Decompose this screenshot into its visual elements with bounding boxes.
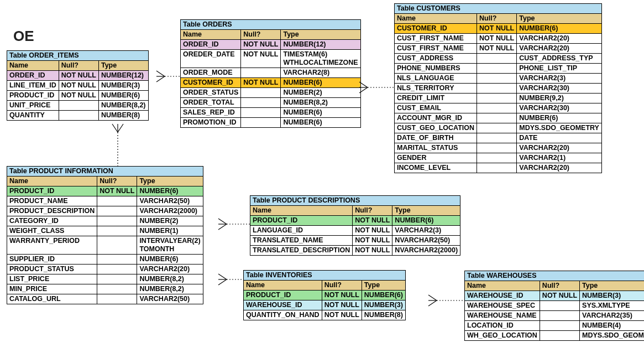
column-row: NLS_TERRITORYVARCHAR2(30) [395, 84, 602, 94]
column-type: NUMBER(3) [580, 291, 644, 301]
column-name: PRODUCT_NAME [7, 196, 97, 206]
svg-line-22 [428, 300, 437, 306]
column-name: PRODUCT_ID [7, 186, 97, 196]
column-type: CUST_ADDRESS_TYP [517, 54, 602, 64]
column-row: CUSTOMER_IDNOT NULLNUMBER(6) [395, 24, 602, 34]
column-row: QUANTITY_ON_HANDNOT NULLNUMBER(8) [244, 310, 406, 320]
svg-line-16 [218, 274, 227, 279]
column-row: WAREHOUSE_SPECSYS.XMLTYPE [465, 301, 645, 311]
column-name: DATE_OF_BIRTH [395, 133, 477, 143]
svg-line-18 [218, 279, 227, 285]
table-title: Table ORDER_ITEMS [7, 51, 149, 61]
column-row: CATALOG_URLVARCHAR2(50) [7, 294, 203, 304]
column-null: NOT NULL [477, 44, 517, 54]
column-type: PHONE_LIST_TIP [517, 64, 602, 74]
column-row: PRODUCT_IDNOT NULLNUMBER(6) [7, 91, 149, 101]
svg-line-20 [428, 295, 437, 300]
table-title: Table ORDERS [181, 20, 361, 30]
table-title: Table PRODUCT DESCRIPTIONS [250, 196, 460, 206]
column-null [59, 101, 98, 111]
column-type: NUMBER(8,2) [137, 284, 203, 294]
col-header: Null? [322, 281, 362, 291]
column-row: PRODUCT_NAMEVARCHAR2(50) [7, 196, 203, 206]
column-row: TRANSLATED_DESCRIPTIONNOT NULLNVARCHAR2(… [250, 246, 460, 256]
column-name: PRODUCT_STATUS [7, 265, 97, 274]
table-title: Table CUSTOMERS [395, 4, 602, 14]
svg-line-8 [112, 124, 118, 132]
column-name: ORDER_MODE [181, 68, 241, 78]
column-type: TIMESTAM(6)WTHLOCALTIMEZONE [281, 50, 360, 68]
column-null [477, 84, 517, 94]
column-null [97, 255, 137, 265]
column-null [477, 153, 517, 163]
column-null: NOT NULL [353, 246, 392, 256]
column-row: WAREHOUSE_NAMEVARCHAR2(35) [465, 311, 645, 321]
column-name: ORDER_STATUS [181, 88, 241, 98]
column-row: MIN_PRICENUMBER(8,2) [7, 284, 203, 294]
column-type: NUMBER(8,2) [137, 274, 203, 284]
column-row: WAREHOUSE_IDNOT NULLNUMBER(3) [465, 291, 645, 301]
col-header: Type [580, 281, 644, 291]
column-row: UNIT_PRICENUMBER(8,2) [7, 101, 149, 111]
column-null [97, 216, 137, 226]
column-null: NOT NULL [322, 291, 362, 300]
column-type: VARCHAR2(35) [580, 311, 644, 321]
column-name: PRODUCT_ID [7, 91, 59, 101]
column-name: LINE_ITEM_ID [7, 81, 59, 91]
column-null: NOT NULL [241, 40, 281, 50]
column-name: NLS_TERRITORY [395, 84, 477, 94]
column-name: CUSTOMER_ID [395, 24, 477, 34]
column-type: VARCHAR2(8) [281, 68, 360, 78]
column-name: UNIT_PRICE [7, 101, 59, 111]
column-name: NLS_LANGUAGE [395, 74, 477, 84]
column-name: WAREHOUSE_SPEC [465, 301, 540, 311]
column-null [477, 163, 517, 173]
col-header: Type [392, 206, 460, 216]
column-null: NOT NULL [59, 71, 98, 81]
column-name: PHONE_NUMBERS [395, 64, 477, 74]
column-row: ORDER_IDNOT NULLNUMBER(12) [7, 71, 149, 81]
column-null [241, 108, 281, 118]
column-null [477, 113, 517, 123]
column-name: QUANTITY [7, 111, 59, 121]
column-null [540, 331, 579, 341]
col-header: Type [281, 30, 360, 40]
col-header: Null? [540, 281, 579, 291]
table-orders: Table ORDERS Name Null? Type ORDER_IDNOT… [180, 19, 361, 128]
column-type: NUMBER(6) [362, 291, 405, 300]
column-name: WEIGHT_CLASS [7, 226, 97, 236]
column-row: MARITAL_STATUSVARCHAR2(20) [395, 143, 602, 153]
column-null [97, 294, 137, 304]
column-name: LIST_PRICE [7, 274, 97, 284]
col-header: Name [395, 14, 477, 24]
column-name: GENDER [395, 153, 477, 163]
column-name: CREDIT_LIMIT [395, 94, 477, 103]
col-header: Type [137, 177, 203, 186]
column-name: ORDER_ID [181, 40, 241, 50]
column-row: CUSTOMER_IDNOT NULLNUMBER(6) [181, 78, 361, 88]
column-type: NUMBER(12) [281, 40, 360, 50]
column-name: PRODUCT_ID [250, 216, 353, 226]
column-name: TRANSLATED_DESCRIPTION [250, 246, 353, 256]
column-type: NUMBER(8) [362, 310, 405, 320]
column-null [241, 88, 281, 98]
table-title: Table INVENTORIES [244, 271, 406, 281]
column-name: PRODUCT_DESCRIPTION [7, 206, 97, 216]
column-row: INCOME_LEVELVARCHAR2(20) [395, 163, 602, 173]
column-null [97, 226, 137, 236]
column-name: QUANTITY_ON_HAND [244, 310, 322, 320]
column-null [540, 301, 579, 311]
column-null [540, 321, 579, 331]
column-name: OREDER_DATE [181, 50, 241, 68]
column-null [477, 54, 517, 64]
column-null [477, 133, 517, 143]
column-null: NOT NULL [353, 236, 392, 246]
column-null: NOT NULL [322, 310, 362, 320]
column-type: NUMBER(3) [98, 81, 148, 91]
column-name: INCOME_LEVEL [395, 163, 477, 173]
column-row: CUST_EMAILVARCHAR2(30) [395, 103, 602, 113]
column-name: WAREHOUSE_NAME [465, 311, 540, 321]
table-order-items: Table ORDER_ITEMS Name Null? Type ORDER_… [7, 50, 149, 121]
column-type: VARCHAR2(20) [517, 163, 602, 173]
column-type: NUMBER(6) [281, 118, 360, 128]
